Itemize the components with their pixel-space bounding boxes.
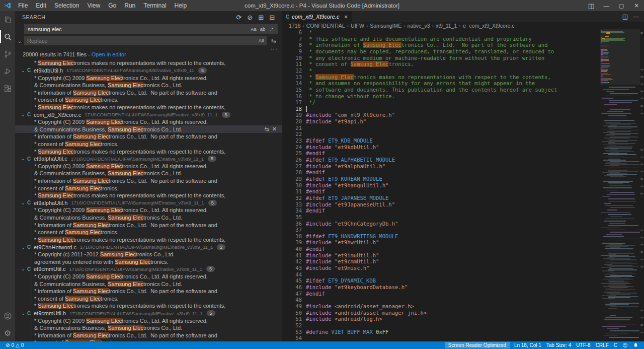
result-match-row[interactable]: * consent of Samsung Electronics.: [15, 339, 282, 341]
tab-com-xt9-xt9core[interactable]: C com_xt9_Xt9core.c ✕: [282, 11, 352, 22]
encoding[interactable]: UTF-8: [574, 342, 593, 348]
open-new-search-editor-icon[interactable]: ⊞: [257, 13, 266, 22]
result-match-row[interactable]: & Communications Business, Samsung Elect…: [15, 82, 282, 89]
menu-help[interactable]: Help: [171, 0, 191, 11]
extensions-icon[interactable]: [0, 80, 15, 97]
breadcrumb-item[interactable]: SamsungIME: [370, 23, 401, 29]
result-match-row[interactable]: & Communications Business, Samsung Elect…: [15, 125, 282, 133]
eol[interactable]: CRLF: [593, 342, 611, 348]
result-match-row[interactable]: & Communications Business, Samsung Elect…: [15, 214, 282, 222]
result-match-row[interactable]: * Copyright (C) 2009 Samsung Electronics…: [15, 317, 282, 324]
menu-go[interactable]: Go: [104, 0, 120, 11]
collapse-all-icon[interactable]: ⊟: [268, 13, 277, 22]
result-match-row[interactable]: * Samsung Electronics makes no represent…: [15, 148, 282, 155]
result-match-row[interactable]: * Copyright (C) 2009 Samsung Electronics…: [15, 206, 282, 214]
chevron-down-icon[interactable]: ⌄: [19, 112, 27, 117]
chevron-down-icon[interactable]: ⌄: [19, 266, 27, 271]
chevron-down-icon[interactable]: ⌄: [19, 245, 27, 250]
whole-word-icon[interactable]: ab: [259, 25, 267, 33]
menu-view[interactable]: View: [83, 0, 104, 11]
problems-indicator[interactable]: ⊘0 △0: [3, 342, 26, 348]
menu-selection[interactable]: Selection: [50, 0, 83, 11]
result-match-row[interactable]: & Communications Business, Samsung Elect…: [15, 324, 282, 332]
result-file-row[interactable]: ⌄Cet9cmmUtil.c1716\CONFIDENTIAL\UIFW\Sam…: [15, 265, 282, 273]
result-match-row[interactable]: * consent of Samsung Electronics.: [15, 229, 282, 236]
result-match-row[interactable]: * information of Samsung Electronics Co.…: [15, 332, 282, 339]
breadcrumb-item[interactable]: native_v3: [408, 23, 430, 29]
result-match-row[interactable]: * information of Samsung Electronics Co.…: [15, 133, 282, 141]
menu-run[interactable]: Run: [120, 0, 139, 11]
close-button[interactable]: ✕: [629, 0, 644, 11]
result-match-row[interactable]: * consent of Samsung Electronics.: [15, 295, 282, 303]
refresh-icon[interactable]: ⟳: [234, 13, 244, 22]
replace-input[interactable]: [24, 38, 257, 44]
result-match-row[interactable]: * Copyright (C) 2009 Samsung Electronics…: [15, 163, 282, 170]
source-control-icon[interactable]: [0, 45, 15, 62]
chevron-down-icon[interactable]: ⌄: [19, 200, 27, 205]
result-match-row[interactable]: * Samsung Electronics makes no represent…: [15, 236, 282, 244]
chevron-down-icon[interactable]: ⌄: [19, 311, 27, 316]
more-actions-icon[interactable]: ···: [633, 13, 639, 20]
result-match-row[interactable]: * consent of Samsung Electronics.: [15, 141, 282, 148]
result-file-row[interactable]: ⌄Cet9cmmUtil.h1716\CONFIDENTIAL\UIFW\Sam…: [15, 310, 282, 317]
result-match-row[interactable]: * Copyright (C) 2009 Samsung Electronics…: [15, 118, 282, 126]
preserve-case-icon[interactable]: All: [257, 37, 265, 44]
breadcrumb-item[interactable]: xt9_11_1: [436, 23, 457, 29]
account-icon[interactable]: [0, 307, 15, 324]
match-case-icon[interactable]: Aa: [250, 25, 258, 33]
result-match-row[interactable]: * Copyright (C) 2009 Samsung Electronics…: [15, 74, 282, 82]
result-match-row[interactable]: * Samsung Electronics makes no represent…: [15, 302, 282, 310]
result-match-row[interactable]: * consent of Samsung Electronics.: [15, 96, 282, 104]
result-match-row[interactable]: * information of Samsung Electronics Co.…: [15, 89, 282, 96]
menu-file[interactable]: File: [14, 0, 32, 11]
feedback-icon[interactable]: [620, 342, 630, 348]
breadcrumb-item[interactable]: com_xt9_Xt9core.c: [469, 23, 515, 29]
result-file-row[interactable]: ⌄Cet9alphaUtil.c1716\CONFIDENTIAL\UIFW\S…: [15, 155, 282, 163]
breadcrumb-item[interactable]: CONFIDENTIAL: [306, 23, 345, 29]
customize-layout-icon[interactable]: ◫: [584, 0, 599, 11]
open-in-editor-link[interactable]: Open in editor: [92, 51, 126, 57]
result-file-row[interactable]: ⌄Cet9alphaUtil.h1716\CONFIDENTIAL\UIFW\S…: [15, 199, 282, 207]
cursor-position[interactable]: Ln 18, Col 1: [512, 342, 544, 348]
chevron-down-icon[interactable]: ⌄: [19, 156, 27, 161]
result-match-row[interactable]: * information of Samsung Electronics Co.…: [15, 177, 282, 185]
menu-edit[interactable]: Edit: [32, 0, 50, 11]
regex-icon[interactable]: .*: [268, 25, 276, 33]
code-editor[interactable]: 6 *7 * This software and its documentati…: [282, 29, 644, 341]
chevron-down-icon[interactable]: ⌄: [19, 68, 27, 73]
bell-icon[interactable]: [630, 342, 641, 348]
toggle-replace-chevron-icon[interactable]: ⌄: [16, 37, 23, 44]
maximize-button[interactable]: ▢: [614, 0, 629, 11]
split-editor-icon[interactable]: ◫: [622, 13, 628, 20]
result-match-row[interactable]: * Samsung Electronics makes no represent…: [15, 104, 282, 111]
replace-all-icon[interactable]: ⇆: [269, 36, 278, 45]
explorer-icon[interactable]: [0, 11, 15, 28]
run-and-debug-icon[interactable]: [0, 62, 15, 80]
result-file-row[interactable]: ⌄Cet9kdbUtil.h1716\CONFIDENTIAL\UIFW\Sam…: [15, 67, 282, 75]
dismiss-match-icon[interactable]: ✕: [272, 126, 277, 132]
minimize-button[interactable]: —: [599, 0, 614, 11]
clear-search-results-icon[interactable]: ⊘: [246, 13, 255, 22]
replace-match-icon[interactable]: ⇆: [265, 126, 269, 132]
result-match-row[interactable]: * consent of Samsung Electronics.: [15, 184, 282, 192]
breadcrumb-item[interactable]: 1716: [289, 23, 300, 29]
search-icon[interactable]: [0, 28, 15, 45]
result-match-row[interactable]: * Copyright (C) 2009 Samsung Electronics…: [15, 273, 282, 281]
screen-reader-indicator[interactable]: Screen Reader Optimized: [445, 342, 510, 348]
result-match-row[interactable]: agreement you entered into with Samsung …: [15, 258, 282, 265]
toggle-search-details-icon[interactable]: ···: [270, 45, 278, 52]
tab-size[interactable]: Tab Size: 4: [544, 342, 574, 348]
result-match-row[interactable]: & Communications Business, Samsung Elect…: [15, 280, 282, 288]
result-match-row[interactable]: * Samsung Electronics makes no represent…: [15, 59, 282, 67]
result-file-row[interactable]: ⌄Cet9ChnHotword.c1716\CONFIDENTIAL\UIFW\…: [15, 243, 282, 251]
breadcrumb[interactable]: 1716›CONFIDENTIAL›UIFW›SamsungIME›native…: [282, 22, 644, 29]
breadcrumb-item[interactable]: UIFW: [351, 23, 364, 29]
search-input[interactable]: [25, 26, 250, 32]
result-match-row[interactable]: * information of Samsung Electronics Co.…: [15, 288, 282, 295]
result-match-row[interactable]: * Copyright (c) 2011~2012 Samsung Electr…: [15, 251, 282, 258]
settings-gear-icon[interactable]: ⚙: [0, 324, 15, 341]
language-mode[interactable]: C: [611, 342, 620, 348]
menu-terminal[interactable]: Terminal: [139, 0, 170, 11]
result-match-row[interactable]: * Samsung Electronics makes no represent…: [15, 192, 282, 199]
result-file-row[interactable]: ⌄Ccom_xt9_Xt9core.c1716\CONFIDENTIAL\UIF…: [15, 111, 282, 118]
